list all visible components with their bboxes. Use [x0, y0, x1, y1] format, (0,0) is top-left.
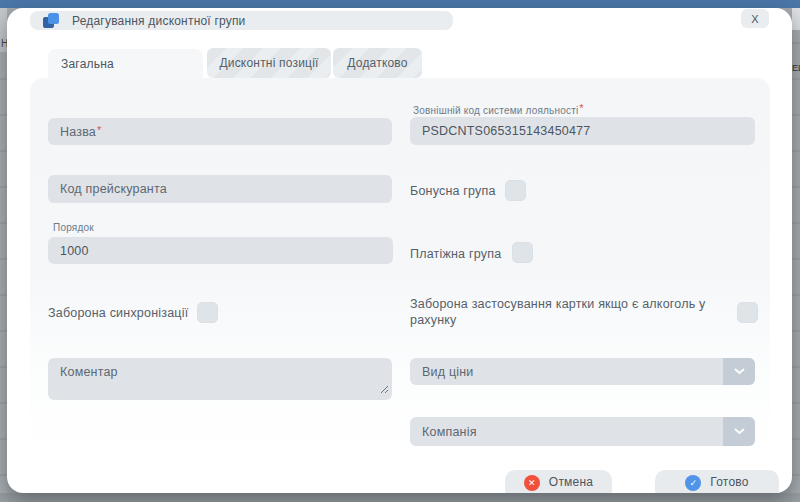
- background-page-right-edge: [792, 8, 800, 493]
- app-top-bar: [0, 0, 800, 8]
- sync-ban-checkbox[interactable]: [197, 302, 218, 323]
- payment-group-checkbox[interactable]: [512, 242, 533, 263]
- external-code-value: PSDCNTS065315143450477: [422, 124, 590, 138]
- background-page-bottom: [0, 493, 800, 502]
- background-text-fragment-right: ЕЦ: [792, 63, 800, 73]
- done-check-icon: ✓: [685, 475, 701, 491]
- required-asterisk: *: [579, 102, 583, 114]
- chevron-down-icon[interactable]: [723, 358, 755, 385]
- tab-general[interactable]: Загальна: [48, 49, 203, 79]
- close-button[interactable]: X: [741, 9, 769, 28]
- required-asterisk: *: [97, 124, 101, 136]
- sync-ban-label: Заборона синхронізації: [48, 305, 188, 321]
- discount-group-icon: [43, 13, 59, 28]
- dialog-title: Редагування дисконтної групи: [72, 14, 246, 28]
- comment-textarea[interactable]: Коментар: [48, 358, 392, 400]
- done-button-label: Готово: [710, 475, 748, 489]
- name-input[interactable]: Назва*: [48, 118, 392, 145]
- price-type-select[interactable]: Вид ціни: [410, 358, 755, 385]
- alcohol-ban-checkbox[interactable]: [737, 302, 758, 323]
- company-select[interactable]: Компанія: [410, 417, 755, 446]
- payment-group-label: Платіжна група: [410, 246, 501, 262]
- cancel-button-label: Отмена: [549, 475, 593, 489]
- order-input[interactable]: 1000: [48, 237, 393, 264]
- price-type-placeholder: Вид ціни: [422, 365, 474, 379]
- comment-placeholder: Коментар: [60, 365, 118, 379]
- order-value: 1000: [60, 244, 89, 258]
- pricelist-code-placeholder: Код прейскуранта: [60, 182, 167, 196]
- done-button[interactable]: ✓ Готово: [655, 470, 779, 493]
- bonus-group-label: Бонусна група: [410, 183, 496, 199]
- name-placeholder: Назва: [60, 125, 96, 139]
- background-page-left-edge: [0, 8, 7, 493]
- cancel-button[interactable]: ✕ Отмена: [505, 470, 612, 493]
- tab-additional[interactable]: Додатково: [333, 48, 422, 78]
- alcohol-ban-label: Заборона застосування картки якщо є алко…: [410, 296, 728, 328]
- order-label: Порядок: [53, 222, 94, 233]
- background-page-right-header: [792, 8, 800, 30]
- tab-discount-positions[interactable]: Дисконтні позиції: [207, 48, 331, 78]
- company-placeholder: Компанія: [422, 425, 477, 439]
- dialog-header: Редагування дисконтної групи: [30, 11, 453, 30]
- external-code-input[interactable]: PSDCNTS065315143450477: [410, 117, 755, 145]
- cancel-x-icon: ✕: [524, 475, 540, 491]
- chevron-down-icon[interactable]: [723, 417, 755, 446]
- edit-discount-group-dialog: Редагування дисконтної групи X Загальна …: [7, 8, 792, 493]
- bonus-group-checkbox[interactable]: [505, 180, 526, 201]
- external-code-label: Зовнішній код системи лояльності*: [413, 104, 584, 116]
- resize-handle-icon[interactable]: [380, 383, 389, 397]
- pricelist-code-input[interactable]: Код прейскуранта: [48, 175, 392, 203]
